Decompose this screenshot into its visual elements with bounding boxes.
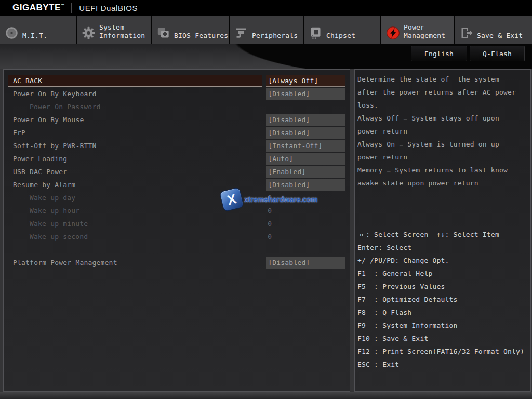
language-button[interactable]: English — [411, 46, 467, 61]
tab-save-exit[interactable]: Save & Exit — [455, 16, 532, 44]
row-gap — [262, 127, 266, 140]
qflash-button[interactable]: Q-Flash — [470, 46, 525, 61]
setting-label: Power On By Mouse — [8, 114, 262, 127]
row-gap — [262, 257, 266, 270]
setting-row-wake-up-minute: Wake up minute 0 — [8, 218, 345, 231]
setting-row-power-loading[interactable]: Power Loading [Auto] — [8, 153, 345, 166]
tab-label: Save & Exit — [477, 32, 523, 40]
tab-peripherals[interactable]: Peripherals — [230, 16, 303, 44]
key-legend-line: F5 : Previous Values — [357, 280, 528, 293]
setting-row-power-on-keyboard[interactable]: Power On By Keyboard [Disabled] — [8, 88, 345, 101]
tab-label: Chipset — [326, 32, 355, 40]
setting-label: Power On By Keyboard — [8, 88, 262, 101]
mit-dial-icon — [5, 26, 19, 40]
help-panel: Determine the state of the system after … — [354, 69, 531, 392]
key-legend-line: F1 : General Help — [357, 267, 528, 280]
setting-label: Power On Password — [8, 101, 262, 114]
setting-row-wake-up-day: Wake up day 0 — [8, 192, 345, 205]
setting-row-usb-dac-power[interactable]: USB DAC Power [Enabled] — [8, 166, 345, 179]
key-legend: →←: Select Screen ↑↓: Select Item Enter:… — [355, 208, 530, 371]
tab-power-management[interactable]: Power Management — [381, 16, 454, 44]
gear-icon — [82, 26, 96, 40]
setting-value[interactable]: [Enabled] — [266, 166, 345, 178]
row-gap — [262, 75, 266, 88]
bottom-strip — [0, 392, 532, 399]
setting-value: 0 — [266, 192, 345, 204]
help-line: Always Off = System stays off upon — [357, 112, 528, 125]
key-legend-line: F8 : Q-Flash — [357, 306, 528, 319]
setting-value: 0 — [266, 205, 345, 217]
peripherals-icon — [234, 26, 248, 40]
uefi-bios-screen: GIGABYTE™ UEFI DualBIOS M.I.T. System In… — [0, 0, 532, 399]
row-gap — [262, 192, 266, 205]
tab-label: System Information — [99, 23, 151, 40]
setting-row-resume-by-alarm[interactable]: Resume by Alarm [Disabled] — [8, 179, 345, 192]
tab-label: M.I.T. — [22, 32, 47, 40]
setting-label: Power Loading — [8, 153, 262, 166]
help-line: power return — [357, 151, 528, 164]
tab-label: Power Management — [404, 23, 454, 40]
row-gap — [262, 88, 266, 101]
setting-value[interactable]: [Always Off] — [266, 75, 345, 87]
setting-label: Platform Power Management — [8, 257, 262, 270]
help-line: loss. — [357, 99, 528, 112]
help-line: Memory = System returns to last know — [357, 164, 528, 177]
tab-bios-features[interactable]: BIOS Features — [152, 16, 229, 44]
setting-row-erp[interactable]: ErP [Disabled] — [8, 127, 345, 140]
tab-system-information[interactable]: System Information — [77, 16, 151, 44]
setting-row-power-on-mouse[interactable]: Power On By Mouse [Disabled] — [8, 114, 345, 127]
tab-label: Peripherals — [252, 32, 298, 40]
row-gap — [262, 153, 266, 166]
row-gap — [262, 205, 266, 218]
setting-value[interactable]: [Disabled] — [266, 127, 345, 139]
chipset-icon — [309, 26, 323, 40]
setting-row-soft-off-pwr-bttn[interactable]: Soft-Off by PWR-BTTN [Instant-Off] — [8, 140, 345, 153]
setting-value[interactable]: [Disabled] — [266, 88, 345, 100]
exit-door-icon — [459, 26, 473, 40]
setting-label: Soft-Off by PWR-BTTN — [8, 140, 262, 153]
help-line: after the power returns after AC power — [357, 86, 528, 99]
setting-value — [266, 101, 345, 113]
row-gap — [262, 101, 266, 114]
key-legend-line: F7 : Optimized Defaults — [357, 293, 528, 306]
key-legend-line: Enter: Select — [357, 241, 528, 254]
power-bolt-icon — [386, 26, 400, 40]
tab-label: BIOS Features — [174, 32, 228, 40]
tab-mit[interactable]: M.I.T. — [0, 16, 76, 44]
gigabyte-logo: GIGABYTE™ — [12, 3, 65, 13]
setting-label: Wake up minute — [8, 218, 262, 231]
folder-plus-icon — [156, 26, 170, 40]
row-gap — [262, 179, 266, 192]
setting-value: 0 — [266, 218, 345, 230]
help-line: awake state upon power return — [357, 177, 528, 190]
setting-value: 0 — [266, 231, 345, 243]
key-legend-line: F12 : Print Screen(FAT16/32 Format Only) — [357, 345, 528, 358]
setting-value[interactable]: [Instant-Off] — [266, 140, 345, 152]
setting-label: ErP — [8, 127, 262, 140]
key-legend-line: +/-/PU/PD: Change Opt. — [357, 254, 528, 267]
help-line: Determine the state of the system — [357, 73, 528, 86]
key-legend-line: ESC : Exit — [357, 358, 528, 371]
key-legend-line: F10 : Save & Exit — [357, 332, 528, 345]
tab-chipset[interactable]: Chipset — [304, 16, 380, 44]
setting-label: Wake up day — [8, 192, 262, 205]
setting-row-wake-up-second: Wake up second 0 — [8, 231, 345, 244]
setting-value[interactable]: [Disabled] — [266, 114, 345, 126]
setting-label: AC BACK — [8, 75, 262, 87]
setting-row-ac-back[interactable]: AC BACK [Always Off] — [8, 75, 345, 88]
logo-divider — [71, 3, 72, 13]
firmware-title: UEFI DualBIOS — [79, 4, 138, 12]
setting-value[interactable]: [Disabled] — [266, 257, 345, 269]
item-help-text: Determine the state of the system after … — [355, 70, 530, 208]
setting-row-platform-power-management[interactable]: Platform Power Management [Disabled] — [8, 257, 345, 270]
row-gap — [262, 114, 266, 127]
help-line: power return — [357, 125, 528, 138]
trademark-symbol: ™ — [61, 3, 65, 8]
help-line: Always On = System is turned on up — [357, 138, 528, 151]
setting-value[interactable]: [Auto] — [266, 153, 345, 165]
setting-row-power-on-password: Power On Password — [8, 101, 345, 114]
setting-value[interactable]: [Disabled] — [266, 179, 345, 191]
setting-label: USB DAC Power — [8, 166, 262, 179]
setting-label: Resume by Alarm — [8, 179, 262, 192]
setting-label: Wake up second — [8, 231, 262, 244]
